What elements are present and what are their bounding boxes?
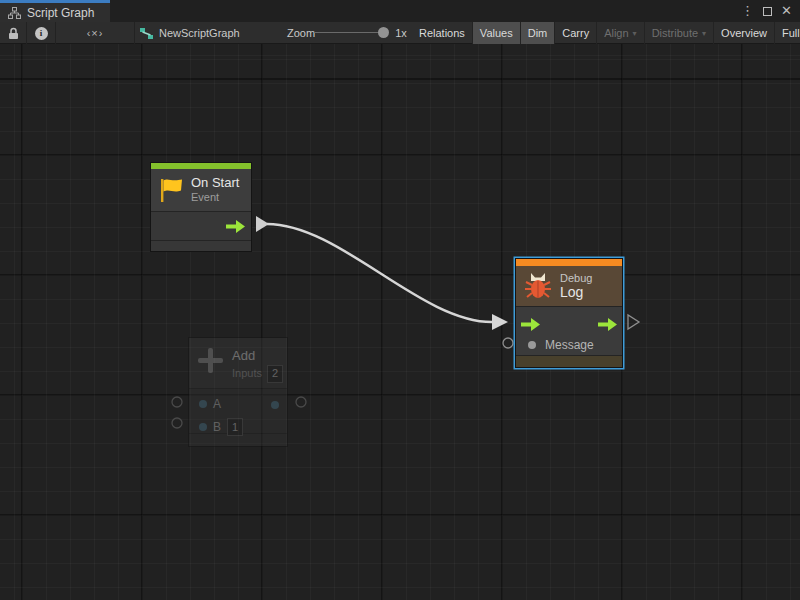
add-node[interactable]: Add Inputs 2 A B (188, 337, 288, 447)
inputs-label: Inputs (232, 366, 262, 381)
align-dropdown[interactable]: Align ▾ (597, 22, 644, 44)
hierarchy-icon (8, 7, 21, 19)
node-title: On Start (191, 176, 239, 191)
graph-asset-icon (140, 28, 153, 39)
lock-button[interactable] (0, 22, 27, 44)
code-icon: ‹×› (87, 27, 104, 39)
port-b-label: B (213, 420, 221, 434)
graph-name-label: NewScriptGraph (159, 27, 240, 39)
flow-output-arrow-icon[interactable] (598, 318, 617, 331)
add-input-a-port[interactable] (172, 397, 182, 407)
script-graph-window: Script Graph ⋮ ✕ i ‹×› (0, 0, 800, 600)
flow-input-arrow-icon[interactable] (521, 318, 540, 331)
node-footer (516, 355, 622, 367)
add-input-b-port[interactable] (172, 418, 182, 428)
connection-layer (0, 44, 800, 600)
flow-connection-wire[interactable] (267, 224, 492, 322)
distribute-dropdown[interactable]: Distribute ▾ (645, 22, 714, 44)
close-icon[interactable]: ✕ (779, 0, 794, 22)
info-icon: i (35, 27, 48, 40)
plus-icon (197, 347, 224, 374)
node-title: Add (232, 347, 283, 365)
flow-output-arrow-icon[interactable] (226, 220, 245, 233)
zoom-value: 1x (390, 22, 412, 44)
window-menu-icon[interactable]: ⋮ (739, 0, 756, 22)
title-bar: Script Graph ⋮ ✕ (0, 0, 800, 22)
fullscreen-button[interactable]: Full S (775, 22, 800, 44)
chevron-down-icon: ▾ (702, 29, 706, 38)
graph-canvas[interactable]: On Start Event (0, 44, 800, 600)
values-button[interactable]: Values (473, 22, 521, 44)
port-b-value-field[interactable]: 1 (227, 418, 243, 436)
dim-button[interactable]: Dim (521, 22, 556, 44)
code-preview-button[interactable]: ‹×› (56, 22, 135, 44)
debug-log-node[interactable]: Debug Log Message (515, 258, 623, 368)
node-footer (151, 240, 251, 251)
output-port-dot[interactable] (271, 401, 279, 409)
tab-script-graph[interactable]: Script Graph (0, 0, 110, 22)
port-a-label: A (213, 397, 221, 411)
inputs-count-field[interactable]: 2 (267, 365, 283, 383)
debug-color-strip (516, 259, 622, 266)
message-port-dot[interactable] (528, 341, 536, 349)
zoom-label: Zoom (284, 22, 318, 44)
node-category: Debug (560, 272, 592, 285)
node-title: Log (560, 284, 592, 300)
on-start-event-node[interactable]: On Start Event (150, 162, 252, 252)
debug-message-input-port[interactable] (503, 338, 513, 348)
graph-name-breadcrumb[interactable]: NewScriptGraph (140, 22, 270, 44)
overview-button[interactable]: Overview (714, 22, 775, 44)
graph-toolbar: i ‹×› NewScriptGraph Zoom 1x Relations V… (0, 22, 800, 44)
zoom-slider-track[interactable] (314, 32, 380, 33)
zoom-slider-knob[interactable] (378, 27, 389, 38)
connection-end-arrow (492, 314, 508, 330)
debug-flow-output-port[interactable] (628, 315, 639, 329)
flag-icon (159, 177, 183, 204)
carry-button[interactable]: Carry (555, 22, 597, 44)
port-b-dot[interactable] (199, 423, 207, 431)
connection-start-arrow[interactable] (256, 216, 269, 232)
tab-title: Script Graph (27, 6, 94, 20)
toolbar-toggle-group: Relations Values Dim Carry Align ▾ Distr… (412, 22, 800, 44)
maximize-icon[interactable] (763, 7, 772, 16)
node-subtitle: Event (191, 191, 239, 204)
add-output-port[interactable] (296, 397, 306, 407)
message-port-label: Message (545, 338, 594, 352)
lock-icon (8, 27, 19, 40)
chevron-down-icon: ▾ (633, 29, 637, 38)
port-a-dot[interactable] (199, 400, 207, 408)
inspector-button[interactable]: i (27, 22, 56, 44)
relations-button[interactable]: Relations (412, 22, 473, 44)
bug-icon (524, 273, 552, 299)
